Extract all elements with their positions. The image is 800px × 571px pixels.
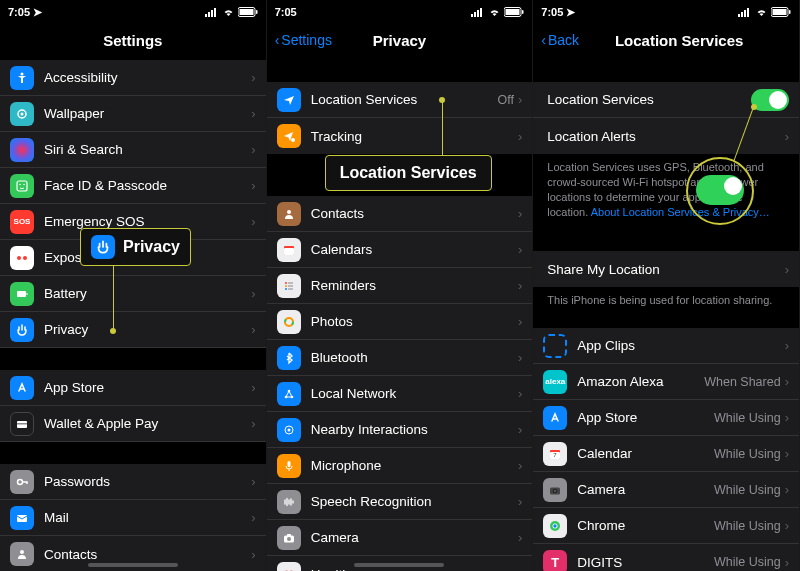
row-chrome[interactable]: ChromeWhile Using›: [533, 508, 799, 544]
row-label: Share My Location: [547, 262, 784, 277]
battery-icon: [238, 7, 258, 17]
row-location-alerts[interactable]: Location Alerts›: [533, 118, 799, 154]
row-calendars[interactable]: Calendars›: [267, 232, 533, 268]
callout-privacy: Privacy: [80, 228, 191, 266]
chevron-icon: ›: [251, 70, 255, 85]
row-wallpaper[interactable]: Wallpaper›: [0, 96, 266, 132]
row-accessibility[interactable]: Accessibility›: [0, 60, 266, 96]
row-label: Wallpaper: [44, 106, 251, 121]
exposure-icon: [10, 246, 34, 270]
row-speech[interactable]: Speech Recognition›: [267, 484, 533, 520]
svg-point-14: [23, 256, 27, 260]
back-button[interactable]: ‹Settings: [275, 32, 332, 48]
row-label: Siri & Search: [44, 142, 251, 157]
row-faceid[interactable]: Face ID & Passcode›: [0, 168, 266, 204]
svg-point-49: [287, 537, 291, 541]
chevron-icon: ›: [785, 482, 789, 497]
row-camera[interactable]: CameraWhile Using›: [533, 472, 799, 508]
row-battery[interactable]: Battery›: [0, 276, 266, 312]
anno-dot: [110, 328, 116, 334]
row-reminders[interactable]: Reminders›: [267, 268, 533, 304]
chevron-icon: ›: [251, 416, 255, 431]
row-wallet[interactable]: Wallet & Apple Pay›: [0, 406, 266, 442]
row-tracking[interactable]: Tracking›: [267, 118, 533, 154]
row-label: Chrome: [577, 518, 714, 533]
chevron-icon: ›: [251, 142, 255, 157]
row-passwords[interactable]: Passwords›: [0, 464, 266, 500]
alexa-icon: alexa: [543, 370, 567, 394]
chevron-icon: ›: [518, 350, 522, 365]
row-nearby[interactable]: Nearby Interactions›: [267, 412, 533, 448]
row-value: While Using: [714, 519, 781, 533]
svg-rect-32: [284, 248, 294, 255]
row-localnetwork[interactable]: Local Network›: [267, 376, 533, 412]
chevron-left-icon: ‹: [275, 32, 280, 48]
status-bar: 7:05: [267, 0, 533, 20]
row-mail[interactable]: Mail›: [0, 500, 266, 536]
anno-line: [442, 102, 443, 155]
back-button[interactable]: ‹Back: [541, 32, 579, 48]
row-appclips[interactable]: App Clips›: [533, 328, 799, 364]
row-label: Reminders: [311, 278, 518, 293]
row-siri[interactable]: Siri & Search›: [0, 132, 266, 168]
row-label: Microphone: [311, 458, 518, 473]
svg-rect-51: [741, 12, 743, 17]
privacy-icon: [10, 318, 34, 342]
svg-rect-18: [17, 423, 27, 425]
svg-rect-0: [205, 14, 207, 17]
row-digits[interactable]: TDIGITSWhile Using›: [533, 544, 799, 571]
row-value: Off: [498, 93, 514, 107]
row-alexa[interactable]: alexaAmazon AlexaWhen Shared›: [533, 364, 799, 400]
row-photos[interactable]: Photos›: [267, 304, 533, 340]
wallpaper-icon: [10, 102, 34, 126]
row-label: Photos: [311, 314, 518, 329]
row-bluetooth[interactable]: Bluetooth›: [267, 340, 533, 376]
chevron-icon: ›: [518, 386, 522, 401]
row-appstore[interactable]: App Store›: [0, 370, 266, 406]
battery-row-icon: [10, 282, 34, 306]
ls-list-2: Share My Location›: [533, 251, 799, 287]
row-calendar[interactable]: 7CalendarWhile Using›: [533, 436, 799, 472]
camera-icon: [277, 526, 301, 550]
row-label: Camera: [311, 530, 518, 545]
chevron-icon: ›: [251, 510, 255, 525]
siri-icon: [10, 138, 34, 162]
status-time: 7:05: [541, 6, 563, 18]
appclips-icon: [543, 334, 567, 358]
row-label: Calendars: [311, 242, 518, 257]
chevron-icon: ›: [251, 474, 255, 489]
location-arrow-icon: ➤: [33, 6, 42, 19]
wallet-icon: [10, 412, 34, 436]
home-indicator: [88, 563, 178, 567]
row-appstore[interactable]: App StoreWhile Using›: [533, 400, 799, 436]
svg-point-7: [21, 72, 24, 75]
row-contacts[interactable]: Contacts›: [267, 196, 533, 232]
svg-rect-3: [214, 8, 216, 17]
callout-toggle: .phone:nth-child(3) [data-name=callout-t…: [696, 175, 744, 205]
contacts-icon: [277, 202, 301, 226]
chevron-icon: ›: [518, 567, 522, 572]
chevron-icon: ›: [518, 278, 522, 293]
phone-location-services: 7:05➤ ‹Back Location Services Location S…: [533, 0, 800, 571]
row-label: Nearby Interactions: [311, 422, 518, 437]
speech-icon: [277, 490, 301, 514]
bluetooth-icon: [277, 346, 301, 370]
row-label: Location Alerts: [547, 129, 784, 144]
svg-point-35: [285, 288, 287, 290]
row-label: Contacts: [44, 547, 251, 562]
appstore-icon: [543, 406, 567, 430]
row-location-services[interactable]: Location ServicesOff›: [267, 82, 533, 118]
svg-rect-10: [17, 181, 27, 191]
row-label: DIGITS: [577, 555, 714, 570]
svg-rect-55: [772, 9, 786, 15]
row-camera[interactable]: Camera›: [267, 520, 533, 556]
header: ‹Settings Privacy: [267, 20, 533, 60]
calendar-icon: [277, 238, 301, 262]
row-label: Health: [311, 567, 518, 572]
chevron-icon: ›: [251, 106, 255, 121]
row-privacy[interactable]: Privacy›: [0, 312, 266, 348]
row-location-services-toggle[interactable]: Location Services: [533, 82, 799, 118]
row-share-location[interactable]: Share My Location›: [533, 251, 799, 287]
row-mic[interactable]: Microphone›: [267, 448, 533, 484]
svg-rect-15: [17, 291, 26, 297]
